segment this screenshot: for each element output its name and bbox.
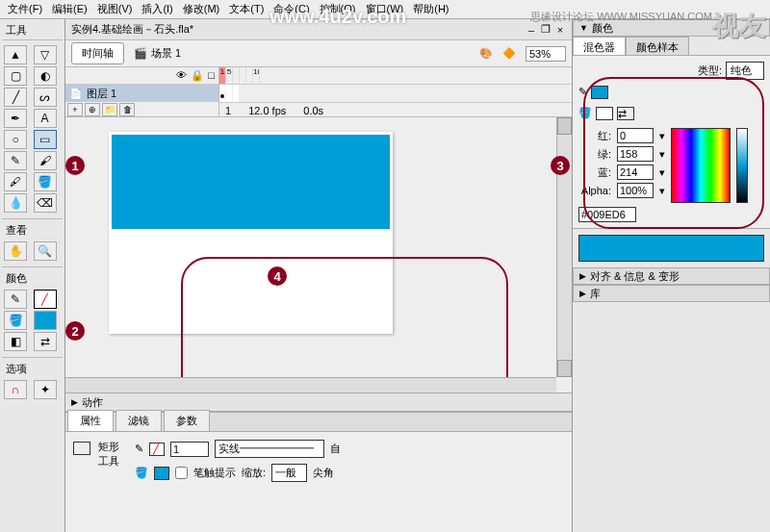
free-transform-tool[interactable]: ▢: [4, 66, 27, 86]
tab-swatches[interactable]: 颜色样本: [626, 37, 689, 55]
layer-row[interactable]: 📄图层 1: [65, 85, 218, 102]
menu-text[interactable]: 文本(T): [225, 0, 268, 18]
keyframe[interactable]: [219, 85, 226, 102]
stage-canvas[interactable]: [109, 132, 393, 334]
noswap-tool[interactable]: ⇄: [34, 332, 57, 351]
stroke-style-select[interactable]: 实线━━━━━━━: [215, 440, 324, 458]
minimize-icon[interactable]: –: [526, 24, 537, 36]
tab-params[interactable]: 参数: [164, 410, 210, 431]
value-slider[interactable]: [736, 128, 748, 203]
restore-icon[interactable]: ❐: [540, 24, 552, 36]
text-tool[interactable]: A: [34, 109, 57, 128]
gradient-tool[interactable]: ◐: [34, 66, 57, 86]
add-layer-icon[interactable]: +: [67, 103, 83, 116]
pencil-icon2: ✎: [578, 86, 587, 99]
actions-panel-header[interactable]: ▶动作: [65, 393, 572, 412]
tools-title: 工具: [2, 21, 63, 40]
bucket-icon2: 🪣: [578, 107, 592, 120]
zoom-select[interactable]: 53%: [526, 46, 566, 62]
color-picker[interactable]: [671, 128, 731, 203]
playhead[interactable]: 1: [219, 67, 226, 84]
snap-tool[interactable]: ∩: [4, 380, 27, 399]
eraser-tool[interactable]: ⌫: [34, 193, 57, 213]
horizontal-scrollbar[interactable]: [65, 377, 556, 393]
lock-icon[interactable]: 🔒: [191, 69, 204, 82]
color-preview: [578, 235, 764, 262]
menu-window[interactable]: 窗口(W): [362, 0, 408, 18]
document-tab-bar: 实例4.基础绘画－石头.fla* –❐×: [65, 19, 572, 40]
stroke-color[interactable]: ✎: [4, 290, 27, 309]
stroke-swatch-prop[interactable]: ╱: [149, 443, 165, 456]
forum-text: 思缘设计论坛 WWW.MISSYUAN.COM: [530, 10, 712, 24]
rectangle-tool[interactable]: ▭: [34, 130, 57, 149]
add-guide-icon[interactable]: ⊕: [85, 103, 100, 116]
fill-color[interactable]: 🪣: [4, 311, 27, 330]
fill-swatch-prop[interactable]: [154, 467, 169, 480]
line-tool[interactable]: ╱: [4, 88, 27, 107]
add-folder-icon[interactable]: 📁: [102, 103, 117, 116]
delete-layer-icon[interactable]: 🗑: [119, 103, 135, 116]
menu-command[interactable]: 命令(C): [270, 0, 313, 18]
annotation-badge-1: 1: [65, 156, 85, 175]
menu-help[interactable]: 帮助(H): [409, 0, 452, 18]
edit-symbol-icon[interactable]: 🔶: [502, 47, 516, 60]
ink-tool[interactable]: 🖋: [4, 172, 27, 191]
alpha-label: Alpha:: [578, 185, 611, 196]
pen-tool[interactable]: ✒: [4, 109, 27, 128]
tab-mixer[interactable]: 混色器: [573, 37, 626, 55]
stroke-sw2[interactable]: [591, 86, 608, 99]
menu-modify[interactable]: 修改(M): [179, 0, 224, 18]
hex-input[interactable]: [578, 207, 636, 222]
eyedropper-tool[interactable]: 💧: [4, 193, 27, 213]
menu-control[interactable]: 控制(O): [316, 0, 360, 18]
subselect-tool[interactable]: ▽: [34, 45, 57, 64]
alpha-input[interactable]: [617, 183, 654, 198]
selection-tool[interactable]: ▲: [4, 45, 27, 64]
outline-icon[interactable]: □: [208, 69, 215, 82]
bw-tool[interactable]: ◧: [4, 332, 27, 351]
close-icon[interactable]: ×: [554, 24, 566, 36]
fill-sw2[interactable]: [596, 107, 613, 120]
menu-file[interactable]: 文件(F): [4, 0, 46, 18]
g-label: 绿:: [578, 147, 611, 162]
type-label: 类型:: [698, 63, 722, 78]
b-input[interactable]: [617, 165, 654, 180]
g-input[interactable]: [617, 146, 654, 162]
tab-filters[interactable]: 滤镜: [116, 410, 162, 431]
fill-type-select[interactable]: 纯色: [726, 62, 764, 80]
shape-icon: [73, 442, 90, 455]
r-input[interactable]: [617, 128, 654, 143]
menu-view[interactable]: 视图(V): [93, 0, 137, 18]
bucket-tool[interactable]: 🪣: [34, 172, 57, 191]
brush-hint-checkbox[interactable]: [175, 467, 188, 479]
stroke-width[interactable]: [170, 442, 209, 457]
edit-scene-icon[interactable]: 🎨: [479, 47, 493, 60]
noswap2[interactable]: ⇄: [617, 107, 634, 120]
timeline-panel: 👁🔒□ 📄图层 1 +⊕📁🗑 1510 112.0 fps0.0s: [65, 67, 572, 117]
drawn-rectangle[interactable]: [112, 135, 390, 229]
menu-edit[interactable]: 编辑(E): [48, 0, 91, 18]
stroke-swatch[interactable]: ╱: [34, 290, 57, 309]
timeline-button[interactable]: 时间轴: [71, 42, 124, 64]
lasso-tool[interactable]: ᔕ: [34, 88, 57, 107]
menu-insert[interactable]: 插入(I): [138, 0, 176, 18]
align-panel-header[interactable]: ▶对齐 & 信息 & 变形: [573, 267, 770, 285]
zoom-tool[interactable]: 🔍: [34, 241, 57, 261]
shape-name: 矩形: [98, 440, 119, 454]
scale-label: 缩放:: [242, 466, 266, 480]
elapsed: 0.0s: [303, 105, 323, 116]
pencil-tool[interactable]: ✎: [4, 151, 27, 170]
option2-tool[interactable]: ✦: [34, 380, 57, 399]
r-label: 红:: [578, 129, 611, 143]
oval-tool[interactable]: ○: [4, 130, 27, 149]
scene-selector[interactable]: 🎬场景 1: [134, 46, 181, 61]
stage-area[interactable]: [65, 117, 572, 393]
fill-swatch[interactable]: [34, 311, 57, 330]
hand-tool[interactable]: ✋: [4, 241, 27, 261]
brush-tool[interactable]: 🖌: [34, 151, 57, 170]
annotation-badge-4: 4: [268, 266, 287, 286]
tab-properties[interactable]: 属性: [67, 410, 114, 431]
scale-select[interactable]: 一般: [271, 464, 307, 482]
library-panel-header[interactable]: ▶库: [573, 285, 770, 302]
eye-icon[interactable]: 👁: [176, 69, 187, 82]
